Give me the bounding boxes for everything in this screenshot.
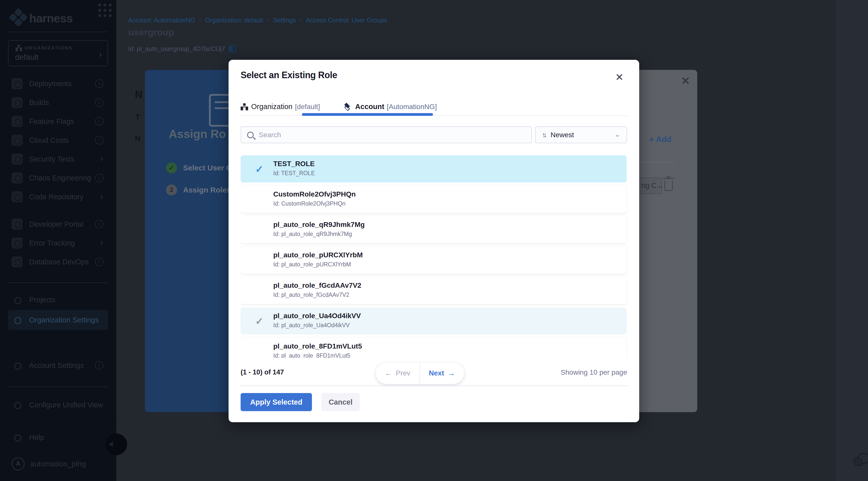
- sidebar-item-deployments[interactable]: Deployments: [8, 74, 108, 93]
- role-list: ✓ TEST_ROLE Id: TEST_ROLE CustomRole2Ofv…: [241, 155, 627, 358]
- occluded-text-fragment: T: [135, 113, 140, 121]
- scope-tabs: Organization [default] Account [Automati…: [241, 102, 437, 111]
- sidebar-item-error-tracking[interactable]: Error Tracking: [8, 234, 108, 252]
- chevron-down-icon: ⌄: [657, 183, 663, 188]
- page-title: usergroup: [128, 27, 174, 38]
- screen: harness ORGANIZATIONS default › Deployme…: [0, 0, 868, 481]
- info-icon[interactable]: [95, 80, 103, 88]
- occluded-text-fragment: N: [135, 88, 143, 100]
- page-vertical-divider: [836, 0, 837, 481]
- role-select-dropdown[interactable]: ng C... ⌄: [639, 177, 662, 194]
- cancel-button[interactable]: Cancel: [321, 393, 360, 411]
- select-role-modal: Select an Existing Role ✕ Organization […: [228, 60, 639, 422]
- organization-selector[interactable]: ORGANIZATIONS default ›: [8, 40, 108, 66]
- assign-roles-wizard-panel: Assign Ro Select User Gro Assign Roles a…: [145, 70, 228, 412]
- search-input[interactable]: [259, 131, 510, 139]
- close-icon[interactable]: ✕: [681, 74, 690, 87]
- cloud-costs-icon: [11, 135, 23, 146]
- harness-logo-icon: [8, 8, 29, 28]
- module-grid-icon[interactable]: [98, 3, 114, 20]
- sidebar-item-code-repository[interactable]: Code Repository: [8, 187, 108, 206]
- arrow-right-icon: →: [447, 369, 455, 378]
- info-icon[interactable]: [95, 117, 103, 126]
- info-icon[interactable]: [95, 220, 103, 229]
- role-row[interactable]: pl_auto_role_8FD1mVLut5 Id: pl_auto_role…: [241, 338, 627, 358]
- add-button[interactable]: + Add: [649, 135, 672, 144]
- sidebar-item-configure-unified-view[interactable]: Configure Unified View: [8, 396, 108, 414]
- role-row-test-role[interactable]: ✓ TEST_ROLE Id: TEST_ROLE: [241, 155, 627, 182]
- avatar: [11, 457, 25, 471]
- trash-icon[interactable]: [664, 180, 673, 191]
- next-page-button[interactable]: Next →: [420, 362, 464, 384]
- developer-portal-icon: [11, 219, 23, 230]
- role-row[interactable]: CustomRole2Ofvj3PHQn Id: CustomRole2Ofvj…: [241, 186, 627, 213]
- sidebar-item-security-tests[interactable]: Security Tests: [8, 150, 108, 169]
- sort-value: Newest: [551, 131, 574, 139]
- info-icon[interactable]: [95, 361, 103, 370]
- role-row[interactable]: pl_auto_role_pURCXlYrbM Id: pl_auto_role…: [241, 246, 627, 274]
- sidebar-item-chaos-engineering[interactable]: Chaos Engineering: [8, 169, 108, 187]
- role-row[interactable]: pl_auto_role_qR9Jhmk7Mg Id: pl_auto_role…: [241, 216, 627, 243]
- username: automation_plng: [30, 460, 86, 468]
- sort-dropdown[interactable]: ↑↓ Newest ⌄: [535, 126, 627, 143]
- role-badge-icon: [209, 94, 228, 127]
- copy-icon[interactable]: [228, 45, 235, 53]
- chevron-right-icon: ›: [99, 49, 102, 59]
- hierarchy-icon: [241, 103, 248, 110]
- tab-organization[interactable]: Organization [default]: [241, 102, 320, 111]
- page-header: Account: AutomationNG › Organization: de…: [116, 0, 868, 58]
- breadcrumb-separator: ›: [300, 17, 302, 24]
- gear-icon: [11, 314, 23, 325]
- brand: harness: [11, 10, 106, 26]
- search-icon: [247, 132, 254, 138]
- security-tests-icon: [11, 154, 23, 164]
- builds-icon: [11, 97, 23, 108]
- check-icon: ✓: [255, 163, 264, 175]
- breadcrumb-organization[interactable]: Organization: default: [205, 17, 263, 24]
- role-row-ua4od4ikvv[interactable]: ✓ pl_auto_role_Ua4Od4ikVV Id: pl_auto_ro…: [241, 307, 627, 334]
- info-icon[interactable]: [95, 136, 103, 145]
- sidebar-item-account-settings[interactable]: Account Settings: [8, 356, 108, 375]
- code-repository-icon: [11, 191, 23, 202]
- sidebar-item-help[interactable]: Help: [8, 428, 108, 447]
- sidebar-item-developer-portal[interactable]: Developer Portal: [8, 215, 108, 234]
- sidebar-item-builds[interactable]: Builds: [8, 93, 108, 112]
- info-icon[interactable]: [95, 174, 103, 182]
- wizard-step-2[interactable]: Assign Roles an: [166, 184, 228, 196]
- prev-page-button[interactable]: ← Prev: [376, 362, 420, 384]
- sidebar-divider: [8, 387, 108, 387]
- account-settings-icon: [11, 360, 23, 371]
- info-icon[interactable]: [95, 98, 103, 107]
- apply-selected-button[interactable]: Apply Selected: [241, 393, 312, 411]
- support-chat-icon[interactable]: [854, 453, 868, 466]
- assign-roles-dialog-right: ✕ + Add ng C... ⌄: [639, 70, 697, 412]
- sidebar-item-projects[interactable]: Projects: [8, 291, 108, 309]
- divider: [639, 162, 674, 162]
- user-profile[interactable]: automation_plng: [11, 457, 86, 471]
- breadcrumb-separator: ›: [267, 17, 269, 24]
- breadcrumb-separator: ›: [199, 17, 201, 24]
- close-icon[interactable]: ✕: [615, 71, 624, 83]
- arrow-left-icon: ←: [385, 369, 392, 378]
- sidebar-item-database-devops[interactable]: Database DevOps: [8, 252, 108, 271]
- organization-icon: [16, 45, 22, 51]
- per-page-label: Showing 10 per page: [561, 368, 627, 377]
- sidebar-divider: [0, 418, 116, 418]
- wizard-step-1[interactable]: Select User Gro: [166, 162, 228, 173]
- pagination: (1 - 10) of 147 ← Prev Next → Showing 10…: [241, 362, 627, 384]
- tab-account[interactable]: Account [AutomationNG]: [344, 102, 437, 111]
- sidebar-item-feature-flags[interactable]: Feature Flags: [8, 112, 108, 131]
- page-right-strip: [837, 0, 868, 481]
- breadcrumb-settings[interactable]: Settings: [273, 17, 296, 24]
- chevron-right-icon: [95, 155, 103, 163]
- breadcrumb-account[interactable]: Account: AutomationNG: [128, 17, 195, 24]
- sidebar-item-organization-settings[interactable]: Organization Settings: [8, 310, 108, 330]
- sidebar-item-cloud-costs[interactable]: Cloud Costs: [8, 131, 108, 150]
- sidebar-collapse-button[interactable]: [105, 433, 127, 455]
- breadcrumb-access-control[interactable]: Access Control: User Groups: [306, 17, 387, 24]
- check-icon: ✓: [255, 315, 264, 327]
- wizard-title: Assign Ro: [169, 127, 226, 141]
- role-row[interactable]: pl_auto_role_fGcdAAv7V2 Id: pl_auto_role…: [241, 277, 627, 304]
- feature-flags-icon: [11, 116, 23, 127]
- info-icon[interactable]: [95, 258, 103, 266]
